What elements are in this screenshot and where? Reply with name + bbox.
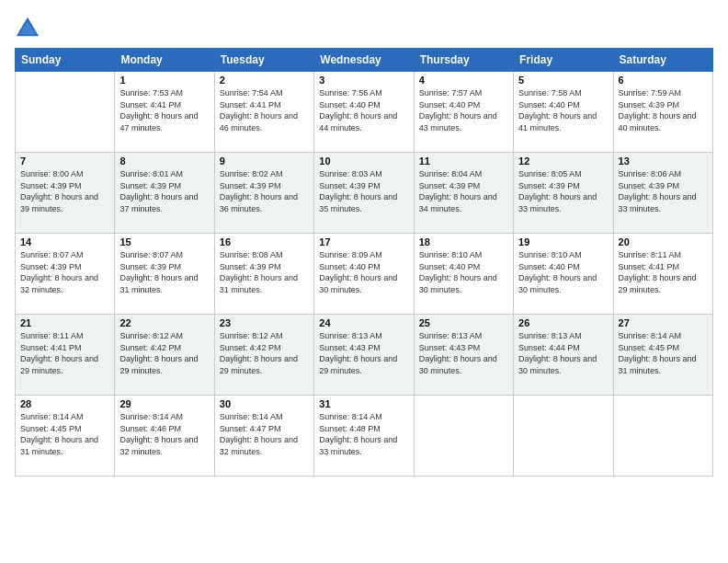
sunset-text: Sunset: 4:39 PM bbox=[419, 180, 508, 192]
weekday-header-wednesday: Wednesday bbox=[314, 49, 414, 72]
calendar-week-row: 28Sunrise: 8:14 AMSunset: 4:45 PMDayligh… bbox=[16, 396, 713, 477]
day-info: Sunrise: 7:54 AMSunset: 4:41 PMDaylight:… bbox=[220, 87, 309, 133]
daylight-text: Daylight: 8 hours and 44 minutes. bbox=[319, 110, 408, 133]
day-number: 31 bbox=[319, 398, 408, 409]
calendar-cell: 11Sunrise: 8:04 AMSunset: 4:39 PMDayligh… bbox=[414, 153, 513, 234]
day-info: Sunrise: 8:14 AMSunset: 4:45 PMDaylight:… bbox=[619, 330, 708, 376]
sunrise-text: Sunrise: 8:03 AM bbox=[319, 168, 408, 180]
sunrise-text: Sunrise: 8:14 AM bbox=[319, 411, 408, 423]
day-info: Sunrise: 8:03 AMSunset: 4:39 PMDaylight:… bbox=[319, 168, 408, 214]
calendar-cell: 3Sunrise: 7:56 AMSunset: 4:40 PMDaylight… bbox=[314, 72, 414, 153]
sunset-text: Sunset: 4:45 PM bbox=[619, 342, 708, 354]
day-info: Sunrise: 8:02 AMSunset: 4:39 PMDaylight:… bbox=[220, 168, 309, 214]
day-number: 5 bbox=[518, 75, 608, 86]
sunrise-text: Sunrise: 8:00 AM bbox=[20, 168, 109, 180]
daylight-text: Daylight: 8 hours and 33 minutes. bbox=[518, 191, 608, 214]
calendar-cell: 1Sunrise: 7:53 AMSunset: 4:41 PMDaylight… bbox=[115, 72, 214, 153]
daylight-text: Daylight: 8 hours and 46 minutes. bbox=[220, 110, 309, 133]
sunrise-text: Sunrise: 8:08 AM bbox=[220, 249, 309, 261]
day-number: 12 bbox=[518, 155, 608, 167]
day-number: 16 bbox=[220, 236, 309, 247]
sunrise-text: Sunrise: 8:04 AM bbox=[419, 168, 508, 180]
sunset-text: Sunset: 4:39 PM bbox=[319, 180, 408, 192]
day-number: 24 bbox=[319, 317, 408, 328]
daylight-text: Daylight: 8 hours and 31 minutes. bbox=[220, 272, 309, 295]
sunrise-text: Sunrise: 8:11 AM bbox=[619, 249, 708, 261]
daylight-text: Daylight: 8 hours and 34 minutes. bbox=[419, 191, 508, 214]
calendar-cell: 19Sunrise: 8:10 AMSunset: 4:40 PMDayligh… bbox=[514, 234, 613, 315]
day-number: 9 bbox=[220, 155, 309, 167]
weekday-header-monday: Monday bbox=[115, 49, 214, 72]
calendar-cell: 8Sunrise: 8:01 AMSunset: 4:39 PMDaylight… bbox=[115, 153, 214, 234]
calendar-cell bbox=[514, 396, 613, 477]
day-info: Sunrise: 8:05 AMSunset: 4:39 PMDaylight:… bbox=[518, 168, 608, 214]
day-info: Sunrise: 8:13 AMSunset: 4:43 PMDaylight:… bbox=[419, 330, 508, 376]
calendar-table: SundayMondayTuesdayWednesdayThursdayFrid… bbox=[15, 48, 713, 477]
calendar-cell: 10Sunrise: 8:03 AMSunset: 4:39 PMDayligh… bbox=[314, 153, 414, 234]
calendar-cell: 29Sunrise: 8:14 AMSunset: 4:46 PMDayligh… bbox=[115, 396, 214, 477]
sunrise-text: Sunrise: 8:10 AM bbox=[419, 249, 508, 261]
day-info: Sunrise: 8:00 AMSunset: 4:39 PMDaylight:… bbox=[20, 168, 109, 214]
sunset-text: Sunset: 4:39 PM bbox=[119, 261, 209, 273]
calendar-cell: 13Sunrise: 8:06 AMSunset: 4:39 PMDayligh… bbox=[613, 153, 712, 234]
daylight-text: Daylight: 8 hours and 32 minutes. bbox=[20, 272, 109, 295]
day-number: 22 bbox=[119, 317, 209, 328]
sunrise-text: Sunrise: 7:56 AM bbox=[319, 87, 408, 99]
sunrise-text: Sunrise: 8:12 AM bbox=[220, 330, 309, 342]
sunset-text: Sunset: 4:39 PM bbox=[220, 180, 309, 192]
daylight-text: Daylight: 8 hours and 36 minutes. bbox=[220, 191, 309, 214]
daylight-text: Daylight: 8 hours and 30 minutes. bbox=[518, 272, 608, 295]
sunset-text: Sunset: 4:40 PM bbox=[518, 261, 608, 273]
day-number: 10 bbox=[319, 155, 408, 167]
day-info: Sunrise: 8:08 AMSunset: 4:39 PMDaylight:… bbox=[220, 249, 309, 295]
daylight-text: Daylight: 8 hours and 31 minutes. bbox=[119, 272, 209, 295]
day-number: 3 bbox=[319, 75, 408, 86]
sunrise-text: Sunrise: 7:59 AM bbox=[619, 87, 708, 99]
sunset-text: Sunset: 4:40 PM bbox=[518, 99, 608, 111]
sunrise-text: Sunrise: 8:13 AM bbox=[518, 330, 608, 342]
calendar-cell: 9Sunrise: 8:02 AMSunset: 4:39 PMDaylight… bbox=[214, 153, 313, 234]
sunrise-text: Sunrise: 8:13 AM bbox=[419, 330, 508, 342]
calendar-cell bbox=[16, 72, 115, 153]
calendar-cell: 15Sunrise: 8:07 AMSunset: 4:39 PMDayligh… bbox=[115, 234, 214, 315]
day-info: Sunrise: 8:07 AMSunset: 4:39 PMDaylight:… bbox=[20, 249, 109, 295]
day-number: 2 bbox=[220, 75, 309, 86]
header bbox=[15, 11, 713, 40]
weekday-header-friday: Friday bbox=[514, 49, 613, 72]
day-info: Sunrise: 7:53 AMSunset: 4:41 PMDaylight:… bbox=[119, 87, 209, 133]
calendar-cell: 23Sunrise: 8:12 AMSunset: 4:42 PMDayligh… bbox=[214, 315, 313, 396]
day-info: Sunrise: 8:11 AMSunset: 4:41 PMDaylight:… bbox=[619, 249, 708, 295]
daylight-text: Daylight: 8 hours and 29 minutes. bbox=[319, 353, 408, 376]
day-info: Sunrise: 8:14 AMSunset: 4:48 PMDaylight:… bbox=[319, 411, 408, 457]
sunset-text: Sunset: 4:40 PM bbox=[319, 261, 408, 273]
daylight-text: Daylight: 8 hours and 43 minutes. bbox=[419, 110, 508, 133]
calendar-cell: 16Sunrise: 8:08 AMSunset: 4:39 PMDayligh… bbox=[214, 234, 313, 315]
daylight-text: Daylight: 8 hours and 31 minutes. bbox=[20, 434, 109, 457]
day-info: Sunrise: 8:01 AMSunset: 4:39 PMDaylight:… bbox=[119, 168, 209, 214]
sunrise-text: Sunrise: 7:57 AM bbox=[419, 87, 508, 99]
sunrise-text: Sunrise: 7:58 AM bbox=[518, 87, 608, 99]
calendar-cell: 14Sunrise: 8:07 AMSunset: 4:39 PMDayligh… bbox=[16, 234, 115, 315]
sunset-text: Sunset: 4:41 PM bbox=[220, 99, 309, 111]
day-info: Sunrise: 8:10 AMSunset: 4:40 PMDaylight:… bbox=[419, 249, 508, 295]
day-info: Sunrise: 8:12 AMSunset: 4:42 PMDaylight:… bbox=[220, 330, 309, 376]
day-number: 13 bbox=[619, 155, 708, 167]
calendar-cell: 24Sunrise: 8:13 AMSunset: 4:43 PMDayligh… bbox=[314, 315, 414, 396]
daylight-text: Daylight: 8 hours and 29 minutes. bbox=[220, 353, 309, 376]
calendar-cell: 25Sunrise: 8:13 AMSunset: 4:43 PMDayligh… bbox=[414, 315, 513, 396]
daylight-text: Daylight: 8 hours and 30 minutes. bbox=[319, 272, 408, 295]
sunset-text: Sunset: 4:41 PM bbox=[619, 261, 708, 273]
sunset-text: Sunset: 4:44 PM bbox=[518, 342, 608, 354]
calendar-cell: 6Sunrise: 7:59 AMSunset: 4:39 PMDaylight… bbox=[613, 72, 712, 153]
daylight-text: Daylight: 8 hours and 41 minutes. bbox=[518, 110, 608, 133]
sunset-text: Sunset: 4:41 PM bbox=[20, 342, 109, 354]
calendar-cell: 18Sunrise: 8:10 AMSunset: 4:40 PMDayligh… bbox=[414, 234, 513, 315]
day-number: 28 bbox=[20, 398, 109, 409]
calendar-cell: 26Sunrise: 8:13 AMSunset: 4:44 PMDayligh… bbox=[514, 315, 613, 396]
daylight-text: Daylight: 8 hours and 33 minutes. bbox=[619, 191, 708, 214]
calendar-cell: 2Sunrise: 7:54 AMSunset: 4:41 PMDaylight… bbox=[214, 72, 313, 153]
daylight-text: Daylight: 8 hours and 30 minutes. bbox=[419, 272, 508, 295]
daylight-text: Daylight: 8 hours and 37 minutes. bbox=[119, 191, 209, 214]
daylight-text: Daylight: 8 hours and 29 minutes. bbox=[20, 353, 109, 376]
calendar-cell: 12Sunrise: 8:05 AMSunset: 4:39 PMDayligh… bbox=[514, 153, 613, 234]
